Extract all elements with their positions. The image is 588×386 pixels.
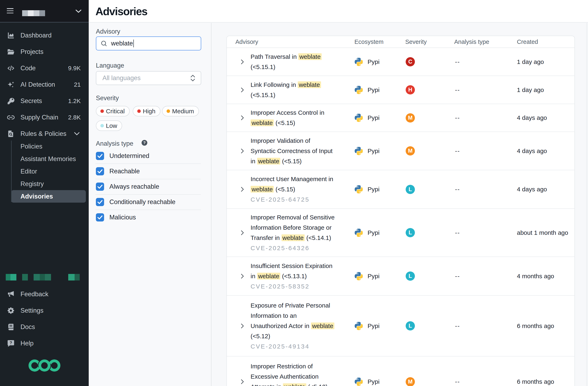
svg-text:?: ? <box>10 340 12 345</box>
